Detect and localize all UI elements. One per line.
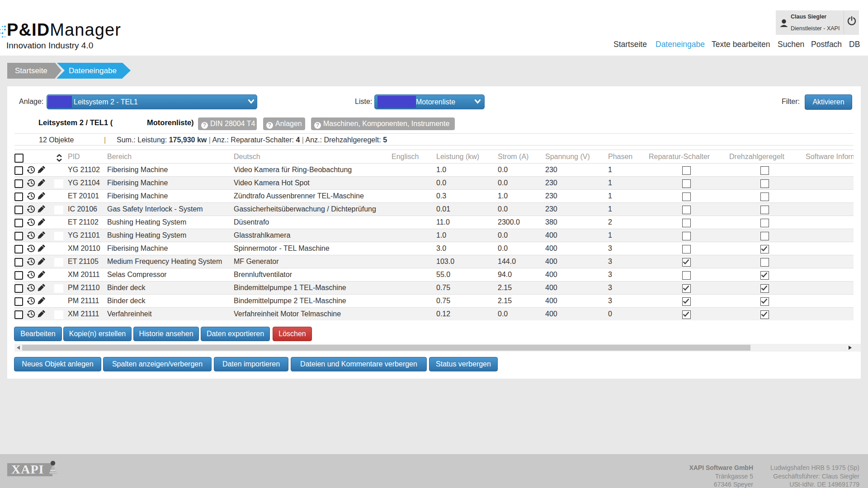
svg-text:XAPI: XAPI: [11, 462, 44, 476]
